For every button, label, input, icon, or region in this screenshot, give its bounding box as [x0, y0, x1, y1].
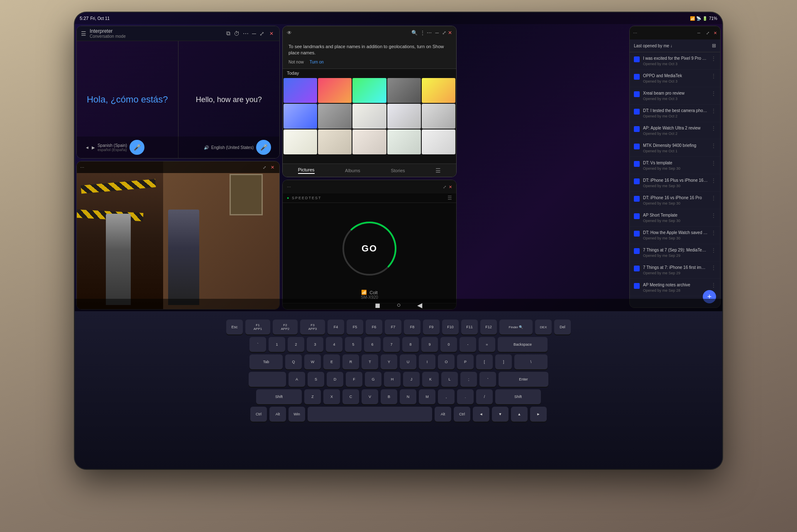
photo-thumb-7[interactable]	[318, 104, 352, 129]
key-x[interactable]: X	[323, 389, 340, 404]
key-f8[interactable]: F8	[404, 320, 421, 334]
photo-thumb-3[interactable]	[352, 78, 386, 103]
key-f[interactable]: F	[346, 372, 362, 387]
key-backslash[interactable]: \	[514, 354, 548, 369]
key-2[interactable]: 2	[288, 337, 304, 352]
key-f9[interactable]: F9	[423, 320, 440, 334]
key-backspace[interactable]: Backspace	[498, 337, 548, 352]
speedtest-expand[interactable]: ⤢	[443, 185, 446, 189]
docs-item-menu-13[interactable]: ⋮	[711, 282, 716, 288]
key-f5[interactable]: F5	[347, 320, 363, 334]
key-r[interactable]: R	[342, 354, 359, 369]
key-e[interactable]: E	[323, 354, 340, 369]
photo-thumb-14[interactable]	[387, 129, 421, 154]
docs-item-menu-5[interactable]: ⋮	[711, 143, 716, 149]
docs-item-menu-7[interactable]: ⋮	[711, 178, 716, 183]
key-o[interactable]: O	[438, 354, 455, 369]
key-h[interactable]: H	[384, 372, 401, 387]
key-arrow-right[interactable]: ►	[530, 407, 547, 422]
key-arrow-left[interactable]: ◄	[473, 407, 489, 422]
key-0[interactable]: 0	[440, 337, 457, 352]
home-nav-button[interactable]: ○	[397, 301, 401, 309]
key-dex[interactable]: DEX	[535, 320, 552, 334]
video-expand-icon[interactable]: ⤢	[263, 165, 266, 170]
key-arrow-down[interactable]: ▼	[492, 407, 509, 422]
docs-item-menu-4[interactable]: ⋮	[711, 125, 716, 131]
key-u[interactable]: U	[400, 354, 416, 369]
docs-grid-icon[interactable]: ⊞	[712, 43, 716, 49]
photos-tab-menu[interactable]: ☰	[435, 167, 441, 174]
minimize-icon[interactable]: ─	[252, 30, 256, 37]
key-esc[interactable]: Esc	[226, 320, 243, 334]
picture-in-picture-icon[interactable]: ⧉	[226, 30, 230, 37]
photos-expand-icon[interactable]: ⤢	[442, 30, 446, 36]
hamburger-icon[interactable]: ☰	[81, 30, 86, 37]
right-language-selector[interactable]: 🔊 English (United States) 🎤	[204, 140, 271, 155]
photo-thumb-1[interactable]	[284, 78, 317, 103]
key-q[interactable]: Q	[285, 354, 302, 369]
key-backtick[interactable]: `	[249, 337, 266, 352]
key-l[interactable]: L	[441, 372, 458, 387]
key-win[interactable]: Win	[288, 407, 305, 422]
key-f1[interactable]: F1APP1	[245, 320, 270, 334]
key-equals[interactable]: =	[479, 337, 495, 352]
docs-item-menu-0[interactable]: ⋮	[711, 56, 716, 61]
turn-on-button[interactable]: Turn on	[310, 60, 324, 64]
key-c[interactable]: C	[342, 389, 359, 404]
photos-tab-pictures[interactable]: Pictures	[298, 167, 315, 174]
key-quote[interactable]: '	[479, 372, 496, 387]
play-icon[interactable]: ▶	[92, 145, 95, 150]
docs-close-icon[interactable]: ✕	[714, 31, 717, 35]
key-j[interactable]: J	[403, 372, 420, 387]
key-1[interactable]: 1	[269, 337, 285, 352]
docs-item-menu-2[interactable]: ⋮	[711, 90, 716, 96]
close-icon[interactable]: ✕	[268, 30, 275, 37]
docs-dots[interactable]: ⋯	[633, 31, 693, 35]
key-m[interactable]: M	[419, 389, 435, 404]
docs-item-menu-11[interactable]: ⋮	[711, 247, 716, 253]
key-k[interactable]: K	[422, 372, 439, 387]
docs-item-5[interactable]: MTK Dimensity 9400 briefing Opened by me…	[630, 139, 720, 157]
photo-thumb-6[interactable]	[284, 104, 317, 129]
key-semicolon[interactable]: ;	[460, 372, 477, 387]
key-b[interactable]: B	[381, 389, 397, 404]
left-language-selector[interactable]: ◄ ▶ Spanish (Spain) español (España) 🎤	[85, 140, 144, 155]
photos-close-icon[interactable]: ✕	[448, 30, 452, 36]
key-6[interactable]: 6	[364, 337, 381, 352]
docs-expand-icon[interactable]: ⤢	[706, 31, 709, 35]
key-arrow-up[interactable]: ▲	[511, 407, 528, 422]
key-alt-left[interactable]: Alt	[269, 407, 286, 422]
key-space[interactable]	[308, 407, 432, 422]
docs-item-12[interactable]: 7 Things at 7: iPhone 16 first impressio…	[630, 261, 720, 279]
speaker-icon-right[interactable]: 🔊	[204, 145, 209, 150]
docs-item-menu-12[interactable]: ⋮	[711, 265, 716, 271]
photo-thumb-15[interactable]	[422, 129, 455, 154]
key-n[interactable]: N	[400, 389, 416, 404]
back-nav-button[interactable]: ◀	[417, 301, 422, 309]
key-shift-right[interactable]: Shift	[495, 389, 541, 404]
photo-thumb-5[interactable]	[422, 78, 455, 103]
docs-item-0[interactable]: I was excited for the Pixel 9 Pro Fold t…	[630, 52, 720, 70]
key-4[interactable]: 4	[326, 337, 342, 352]
key-p[interactable]: P	[457, 354, 474, 369]
photos-hide-icon[interactable]: 👁	[287, 30, 409, 36]
key-rbracket[interactable]: ]	[495, 354, 512, 369]
key-f11[interactable]: F11	[461, 320, 478, 334]
video-close-icon[interactable]: ✕	[269, 164, 276, 171]
left-mic-button[interactable]: 🎤	[130, 140, 144, 155]
photos-tab-albums[interactable]: Albums	[345, 168, 360, 173]
key-alt-right[interactable]: Alt	[435, 407, 451, 422]
key-7[interactable]: 7	[383, 337, 400, 352]
speedtest-close[interactable]: ✕	[449, 185, 452, 189]
key-f12[interactable]: F12	[480, 320, 497, 334]
docs-item-menu-6[interactable]: ⋮	[711, 160, 716, 166]
photos-search-icon[interactable]: 🔍	[411, 30, 418, 36]
key-z[interactable]: Z	[304, 389, 321, 404]
photo-thumb-4[interactable]	[387, 78, 421, 103]
photos-options-icon[interactable]: ⋯	[427, 30, 432, 36]
key-s[interactable]: S	[308, 372, 324, 387]
not-now-button[interactable]: Not now	[288, 60, 304, 64]
key-5[interactable]: 5	[345, 337, 362, 352]
photos-tab-stories[interactable]: Stories	[391, 168, 405, 173]
expand-icon[interactable]: ⤢	[259, 30, 264, 37]
